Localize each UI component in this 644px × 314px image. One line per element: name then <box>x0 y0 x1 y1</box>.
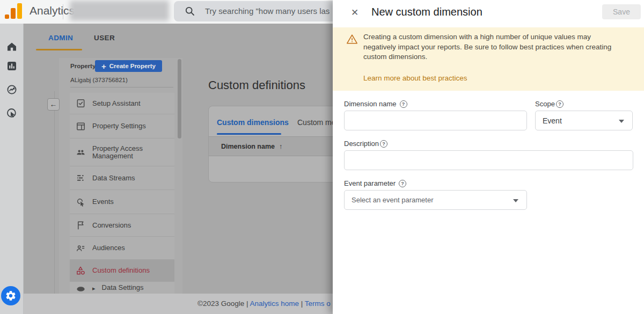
table-header-row: Dimension name <box>209 136 333 156</box>
dimensions-tab-underline <box>217 133 281 135</box>
description-label: Description ? <box>344 140 387 148</box>
scope-select[interactable]: Event <box>535 111 633 130</box>
panel-title: New custom dimension <box>371 6 482 18</box>
create-property-button[interactable]: Create Property <box>95 60 162 72</box>
sidebar-item-label: Property Settings <box>92 122 158 130</box>
admin-workspace: ADMIN USER Property Create Property ALig… <box>24 24 333 294</box>
column-header-dimension-name[interactable]: Dimension name <box>221 143 282 150</box>
analytics-app: Analytics Try searching "how many users … <box>0 0 644 314</box>
reports-icon[interactable] <box>6 61 17 71</box>
audiences-icon <box>75 243 86 253</box>
panel-header: New custom dimension Save <box>333 0 644 27</box>
sidebar-item-data-settings[interactable]: Data Settings <box>70 281 174 294</box>
sidebar-item-custom-definitions[interactable]: Custom definitions <box>70 259 174 281</box>
sidebar-item-label: Audiences <box>92 244 158 252</box>
property-label: Property <box>70 63 96 69</box>
property-divider <box>70 87 173 87</box>
setup-assistant-icon <box>75 98 86 109</box>
search-placeholder: Try searching "how many users las <box>205 1 330 21</box>
tab-custom-dimensions[interactable]: Custom dimensions <box>217 118 289 127</box>
scope-selected-value: Event <box>543 116 562 125</box>
sidebar-item-conversions[interactable]: Conversions <box>70 214 174 236</box>
dimension-name-input[interactable] <box>344 111 527 130</box>
people-icon <box>75 147 86 158</box>
tab-admin[interactable]: ADMIN <box>48 34 73 42</box>
admin-tab-underline <box>36 49 82 50</box>
warning-triangle-icon <box>346 33 358 45</box>
sort-ascending-icon <box>279 143 282 150</box>
close-icon[interactable] <box>349 7 361 19</box>
property-name: ALigabj (373756821) <box>70 77 128 83</box>
sidebar-item-property-settings[interactable]: Property Settings <box>70 114 174 138</box>
sidebar-item-audiences[interactable]: Audiences <box>70 236 174 259</box>
copyright-text: ©2023 Google <box>197 300 244 308</box>
home-icon[interactable] <box>6 41 17 52</box>
search-input[interactable]: Try searching "how many users las <box>174 1 333 21</box>
shapes-icon <box>75 265 86 276</box>
page-title: Custom definitions <box>208 78 305 92</box>
property-scrollbar[interactable] <box>178 59 181 138</box>
property-menu: Setup Assistant Property Settings Proper… <box>70 93 174 294</box>
dimension-name-label: Dimension name ? <box>344 100 407 108</box>
sidebar-item-label: Events <box>92 198 158 206</box>
topbar-divider <box>63 4 63 19</box>
chevron-down-icon <box>619 120 624 123</box>
menu-tree-line <box>54 91 55 294</box>
tab-custom-metrics[interactable]: Custom me <box>297 118 333 127</box>
property-settings-icon <box>75 121 86 132</box>
help-icon[interactable]: ? <box>399 180 406 187</box>
sidebar-item-setup-assistant[interactable]: Setup Assistant <box>70 93 174 114</box>
flag-icon <box>75 220 86 231</box>
events-icon <box>75 196 86 207</box>
back-arrow-button[interactable] <box>47 98 60 111</box>
event-parameter-placeholder: Select an event parameter <box>352 196 433 204</box>
sidebar-item-label: Data Streams <box>92 174 158 182</box>
footer-link-analytics-home[interactable]: Analytics home <box>250 300 299 308</box>
event-parameter-label: Event parameter ? <box>344 179 406 187</box>
warning-banner: Creating a custom dimension with a high … <box>333 27 644 91</box>
sidebar-item-events[interactable]: Events <box>70 189 174 214</box>
search-icon <box>185 6 195 17</box>
warning-message: Creating a custom dimension with a high … <box>363 32 623 62</box>
help-icon[interactable]: ? <box>380 140 387 148</box>
admin-gear-icon[interactable] <box>1 286 20 305</box>
explore-icon[interactable] <box>6 84 17 95</box>
new-custom-dimension-panel: New custom dimension Save Creating a cus… <box>333 0 644 314</box>
expand-caret-icon <box>92 283 96 293</box>
help-icon[interactable]: ? <box>400 100 407 108</box>
sidebar-item-label: Conversions <box>92 222 158 229</box>
sidebar-item-label: Data Settings <box>102 284 153 291</box>
custom-definitions-card: Custom dimensions Custom me Dimension na… <box>208 106 333 182</box>
sidebar-item-label: Custom definitions <box>92 267 158 274</box>
sidebar-item-label: Setup Assistant <box>92 100 158 107</box>
data-streams-icon <box>75 173 86 184</box>
advertising-icon[interactable] <box>6 108 17 119</box>
best-practices-link[interactable]: Learn more about best practices <box>363 74 467 82</box>
sidebar-item-label: Property Access Management <box>92 145 158 160</box>
left-nav-rail <box>0 24 24 314</box>
database-icon <box>75 282 86 293</box>
event-parameter-select[interactable]: Select an event parameter <box>344 190 527 210</box>
sidebar-item-data-streams[interactable]: Data Streams <box>70 166 174 189</box>
footer-text: ©2023 Google | Analytics home | Terms o <box>197 300 331 308</box>
description-input[interactable] <box>344 150 633 170</box>
help-icon[interactable]: ? <box>556 100 564 108</box>
footer-link-terms[interactable]: Terms o <box>305 300 331 308</box>
save-button[interactable]: Save <box>602 4 641 19</box>
scope-label: Scope ? <box>535 100 564 108</box>
chevron-down-icon <box>513 199 518 202</box>
sidebar-item-property-access-management[interactable]: Property Access Management <box>70 138 174 166</box>
brand-title: Analytics <box>30 4 75 17</box>
analytics-logo-icon <box>5 3 23 19</box>
tab-user[interactable]: USER <box>94 34 115 42</box>
account-name-blurred <box>70 1 169 21</box>
